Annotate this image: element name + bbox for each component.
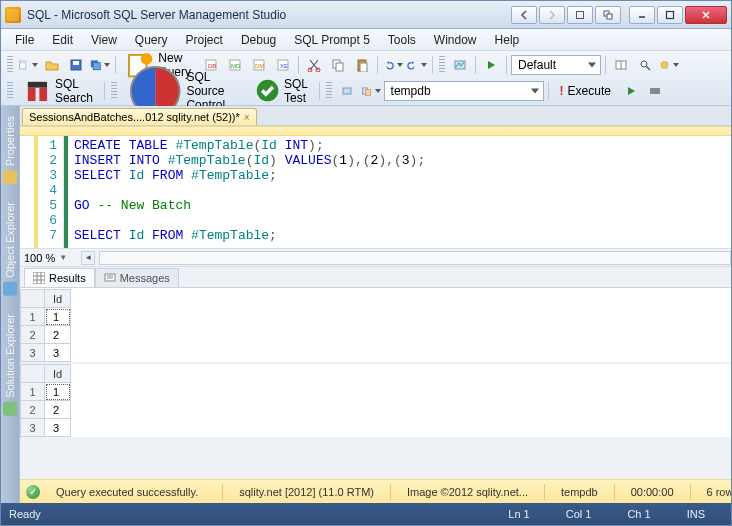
sql-editor[interactable]: 1234567 CREATE TABLE #TempTable(Id INT);… (20, 136, 731, 248)
toolbar-grip[interactable] (111, 82, 117, 100)
save-all-button[interactable] (89, 54, 111, 76)
xmla-query-button[interactable]: XE (272, 54, 294, 76)
toolbar-sep (377, 56, 378, 74)
code-line[interactable]: SELECT Id FROM #TempTable; (74, 228, 731, 243)
data-cell[interactable]: 1 (45, 383, 71, 401)
debug-button[interactable] (620, 80, 642, 102)
success-icon: ✓ (26, 485, 40, 499)
sidebar-tab-object-explorer[interactable]: Object Explorer (1, 196, 19, 302)
app-icon (5, 7, 21, 23)
code-line[interactable]: INSERT INTO #TempTable(Id) VALUES(1),(2)… (74, 153, 731, 168)
code-line[interactable] (74, 213, 731, 228)
table-row[interactable]: 33 (21, 419, 71, 437)
menu-project[interactable]: Project (178, 31, 231, 49)
table-row[interactable]: 33 (21, 344, 71, 362)
code-line[interactable]: SELECT Id FROM #TempTable; (74, 168, 731, 183)
data-cell[interactable]: 2 (45, 401, 71, 419)
copy-button[interactable] (327, 54, 349, 76)
line-number: 1 (22, 138, 57, 153)
column-header[interactable]: Id (45, 290, 71, 308)
hscroll-track[interactable] (99, 251, 731, 265)
code-line[interactable]: GO -- New Batch (74, 198, 731, 213)
menu-file[interactable]: File (7, 31, 42, 49)
solution-config-combo[interactable]: Default (511, 55, 601, 75)
document-tab-close-icon[interactable]: × (244, 112, 250, 123)
change-connection-button[interactable] (360, 80, 382, 102)
undo-button[interactable] (382, 54, 404, 76)
tab-messages[interactable]: Messages (95, 268, 179, 287)
menu-debug[interactable]: Debug (233, 31, 284, 49)
nav-box-button[interactable] (567, 6, 593, 24)
toolbar-grip[interactable] (439, 56, 445, 74)
column-header[interactable]: Id (45, 365, 71, 383)
menu-view[interactable]: View (83, 31, 125, 49)
tool-a-button[interactable] (610, 54, 632, 76)
sql-test-button[interactable]: SQL Test (248, 80, 315, 102)
code-line[interactable] (74, 183, 731, 198)
maximize-button[interactable] (657, 6, 683, 24)
menu-edit[interactable]: Edit (44, 31, 81, 49)
redo-button[interactable] (406, 54, 428, 76)
database-combo[interactable]: tempdb (384, 81, 544, 101)
document-tab-active[interactable]: SessionsAndBatches....012 sqlity.net (52… (22, 108, 257, 125)
save-button[interactable] (65, 54, 87, 76)
sidebar-tab-properties[interactable]: Properties (1, 110, 19, 190)
nav-forward-button[interactable] (539, 6, 565, 24)
toolbar-grip[interactable] (7, 56, 13, 74)
toolbar-grip[interactable] (326, 82, 332, 100)
statusbar: Ready Ln 1 Col 1 Ch 1 INS (1, 503, 731, 525)
menu-help[interactable]: Help (487, 31, 528, 49)
sql-search-button[interactable]: SQL Search (17, 80, 100, 102)
zoom-value[interactable]: 100 % (24, 252, 55, 264)
tab-results[interactable]: Results (24, 268, 95, 287)
menu-query[interactable]: Query (127, 31, 176, 49)
new-item-button[interactable] (17, 54, 39, 76)
data-cell[interactable]: 3 (45, 419, 71, 437)
results-grid[interactable]: Id112233 (20, 289, 71, 362)
sidebar-tab-solution-explorer[interactable]: Solution Explorer (1, 308, 19, 422)
nav-box2-button[interactable] (595, 6, 621, 24)
menu-sql-prompt-5[interactable]: SQL Prompt 5 (286, 31, 378, 49)
row-header-corner[interactable] (21, 365, 45, 383)
hscroll-left-button[interactable]: ◄ (81, 251, 95, 265)
editor-code[interactable]: CREATE TABLE #TempTable(Id INT);INSERT I… (64, 136, 731, 248)
connection-button[interactable] (336, 80, 358, 102)
cut-button[interactable] (303, 54, 325, 76)
results-grid[interactable]: Id112233 (20, 364, 71, 437)
toolbar-grip[interactable] (7, 82, 13, 100)
execute-button[interactable]: ! Execute (553, 80, 618, 102)
window-title: SQL - Microsoft SQL Server Management St… (27, 8, 511, 22)
status-ln: Ln 1 (490, 508, 547, 520)
row-number-cell[interactable]: 2 (21, 401, 45, 419)
row-number-cell[interactable]: 3 (21, 419, 45, 437)
row-number-cell[interactable]: 1 (21, 308, 45, 326)
table-row[interactable]: 11 (21, 383, 71, 401)
row-number-cell[interactable]: 1 (21, 383, 45, 401)
row-number-cell[interactable]: 2 (21, 326, 45, 344)
stop-debug-button[interactable] (644, 80, 666, 102)
zoom-dropdown-icon[interactable]: ▼ (59, 253, 67, 262)
start-debug-button[interactable] (480, 54, 502, 76)
paste-button[interactable] (351, 54, 373, 76)
close-button[interactable] (685, 6, 727, 24)
table-row[interactable]: 22 (21, 401, 71, 419)
nav-back-button[interactable] (511, 6, 537, 24)
minimize-button[interactable] (629, 6, 655, 24)
row-number-cell[interactable]: 3 (21, 344, 45, 362)
table-row[interactable]: 22 (21, 326, 71, 344)
open-button[interactable] (41, 54, 63, 76)
dmx-query-button[interactable]: DM (248, 54, 270, 76)
data-cell[interactable]: 2 (45, 326, 71, 344)
exec-status-time: 00:00:00 (623, 486, 682, 498)
code-line[interactable]: CREATE TABLE #TempTable(Id INT); (74, 138, 731, 153)
menu-window[interactable]: Window (426, 31, 485, 49)
data-cell[interactable]: 1 (45, 308, 71, 326)
registered-servers-button[interactable] (658, 54, 680, 76)
find-button[interactable] (634, 54, 656, 76)
table-row[interactable]: 11 (21, 308, 71, 326)
menu-tools[interactable]: Tools (380, 31, 424, 49)
data-cell[interactable]: 3 (45, 344, 71, 362)
activity-monitor-button[interactable] (449, 54, 471, 76)
sql-source-control-button[interactable]: SQL Source Control (121, 80, 246, 102)
row-header-corner[interactable] (21, 290, 45, 308)
